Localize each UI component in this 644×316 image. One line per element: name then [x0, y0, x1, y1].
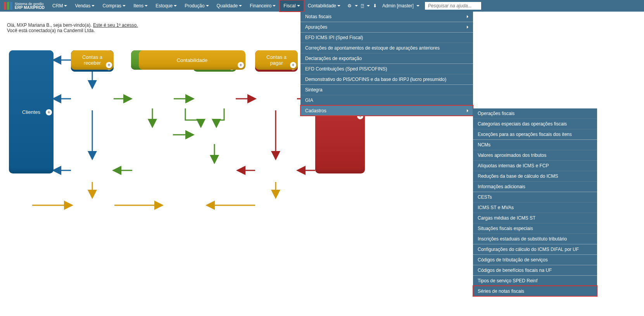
cad-excecoes[interactable]: Exceções para as operações fiscais dos i… [473, 129, 597, 139]
plus-icon[interactable]: + [238, 62, 244, 68]
caret-down-icon [367, 5, 370, 7]
plus-icon[interactable]: + [46, 109, 52, 115]
caret-down-icon [145, 5, 148, 7]
node-clientes[interactable]: Clientes+ [9, 50, 54, 173]
menu-estoque[interactable]: Estoque [152, 0, 181, 12]
node-contabilidade[interactable]: Contabilidade+ [139, 50, 245, 70]
caret-down-icon [92, 5, 95, 7]
menu-vendas[interactable]: Vendas [71, 0, 98, 12]
cad-operacoes[interactable]: Operações fiscais [473, 108, 597, 118]
menu-admin[interactable]: Admin [master] [380, 0, 422, 12]
node-contas-pagar[interactable]: Contas a pagar+ [255, 50, 298, 70]
first-access-link[interactable]: Este é seu 1º acesso. [93, 22, 138, 28]
caret-down-icon [239, 5, 242, 7]
caret-down-icon [123, 5, 126, 7]
menu-financeiro[interactable]: Financeiro [246, 0, 280, 12]
cad-series-nf[interactable]: Séries de notas fiscais [473, 286, 597, 296]
cad-codigos-trib[interactable]: Códigos de tributação de serviços [473, 254, 597, 265]
caret-down-icon [206, 5, 209, 7]
logo[interactable]: Sistema de gestãoERP MAXIPROD [0, 2, 48, 10]
cad-cargas[interactable]: Cargas médias de ICMS ST [473, 213, 597, 223]
menu-fiscal[interactable]: Fiscal [280, 0, 304, 12]
caret-down-icon [416, 5, 420, 7]
cad-icmsst[interactable]: ICMS ST e MVAs [473, 202, 597, 213]
download-icon[interactable]: ⬇ [373, 3, 377, 9]
cad-cests[interactable]: CESTs [473, 192, 597, 202]
menu-compras[interactable]: Compras [98, 0, 129, 12]
fiscal-demonstrativo[interactable]: Demonstrativo do PIS/COFINS e da base do… [300, 74, 473, 84]
node-contas-receber[interactable]: Contas a receber+ [71, 50, 114, 70]
cad-inscricoes[interactable]: Inscrições estaduais de substituto tribu… [473, 234, 597, 244]
help-search-input[interactable] [425, 2, 481, 10]
caret-down-icon [64, 5, 67, 7]
logo-product: ERP MAXIPROD [15, 6, 45, 10]
fiscal-correcoes[interactable]: Correções de apontamentos de estoque de … [300, 43, 473, 53]
cad-info[interactable]: Informações adicionais [473, 181, 597, 192]
fiscal-notas-fiscais[interactable]: Notas fiscais [300, 12, 473, 22]
top-menu-bar: Sistema de gestãoERP MAXIPROD CRM Vendas… [0, 0, 644, 12]
caret-right-icon [467, 15, 468, 18]
fiscal-efd-icms[interactable]: EFD ICMS IPI (Sped Fiscal) [300, 32, 473, 43]
cad-aliquotas[interactable]: Alíquotas internas de ICMS e FCP [473, 160, 597, 171]
logo-icon [4, 2, 12, 10]
fiscal-sintegra[interactable]: Sintegra [300, 84, 473, 95]
fiscal-cadastros[interactable]: Cadastros [300, 105, 473, 116]
fiscal-dropdown: Notas fiscais Apurações EFD ICMS IPI (Sp… [300, 12, 473, 116]
caret-down-icon [337, 5, 340, 7]
caret-right-icon [467, 109, 468, 112]
menu-qualidade[interactable]: Qualidade [213, 0, 246, 12]
menu-contabilidade[interactable]: Contabilidade [304, 0, 344, 12]
cad-ncms[interactable]: NCMs [473, 139, 597, 150]
fiscal-declaracoes[interactable]: Declarações de exportação [300, 53, 473, 64]
menu-crm[interactable]: CRM [48, 0, 71, 12]
menu-producao[interactable]: Produção [181, 0, 212, 12]
plus-icon[interactable]: + [290, 62, 296, 68]
cad-situacoes[interactable]: Situações fiscais especiais [473, 223, 597, 234]
caret-down-icon [297, 5, 300, 7]
gear-icon[interactable]: ⚙ [347, 3, 352, 9]
caret-down-icon [174, 5, 177, 7]
caret-down-icon [273, 5, 276, 7]
welcome-text: Olá, MXP Mariana B., seja bem-vindo(a). … [7, 22, 138, 33]
fiscal-efd-contrib[interactable]: EFD Contribuições (Sped PIS/COFINS) [300, 64, 473, 74]
fiscal-apuracoes[interactable]: Apurações [300, 22, 473, 32]
menu-itens[interactable]: Itens [129, 0, 152, 12]
caret-down-icon [355, 5, 358, 7]
cad-codigos-benef[interactable]: Códigos de benefícios fiscais na UF [473, 265, 597, 275]
cad-valores[interactable]: Valores aproximados dos tributos [473, 150, 597, 160]
cad-reducoes[interactable]: Reduções da base de cálculo do ICMS [473, 171, 597, 181]
caret-right-icon [467, 26, 468, 29]
help-icon[interactable]: ⍰ [361, 3, 364, 9]
fiscal-gia[interactable]: GIA [300, 95, 473, 105]
cad-tipos-sped[interactable]: Tipos de serviço SPED Reinf [473, 275, 597, 286]
cadastros-dropdown: Operações fiscais Categorias especiais d… [473, 108, 597, 296]
cad-categorias[interactable]: Categorias especiais das operações fisca… [473, 118, 597, 129]
main-menu: CRM Vendas Compras Itens Estoque Produçã… [48, 0, 481, 12]
cad-config-difal[interactable]: Configurações do cálculo do ICMS DIFAL p… [473, 244, 597, 254]
plus-icon[interactable]: + [106, 62, 112, 68]
